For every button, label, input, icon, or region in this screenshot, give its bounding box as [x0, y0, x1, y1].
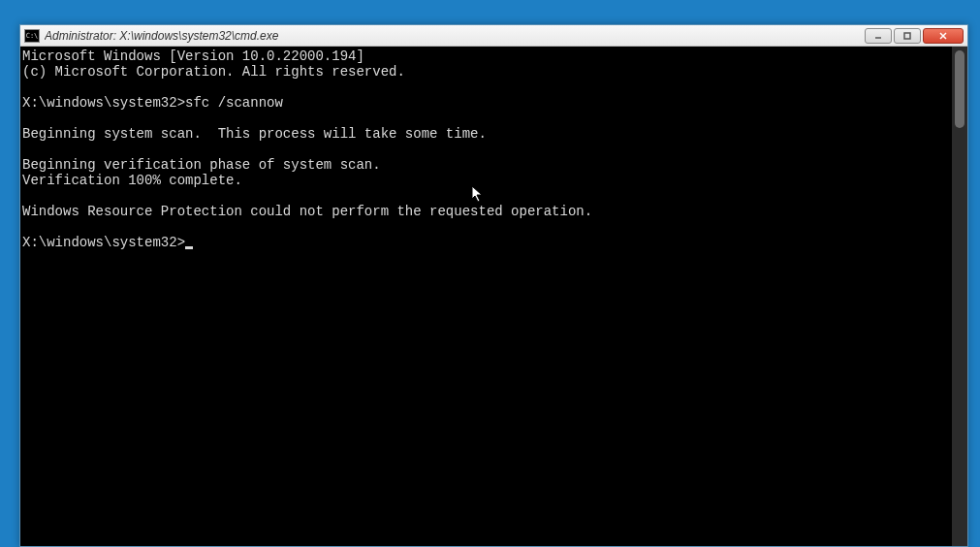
maximize-button[interactable]	[894, 28, 921, 44]
window-title: Administrator: X:\windows\system32\cmd.e…	[45, 29, 865, 43]
window-controls	[865, 28, 964, 44]
scrollbar[interactable]	[952, 47, 967, 546]
terminal-output: Microsoft Windows [Version 10.0.22000.19…	[20, 47, 967, 252]
svg-rect-1	[904, 33, 910, 39]
text-cursor	[185, 246, 193, 249]
close-button[interactable]	[923, 28, 964, 44]
minimize-button[interactable]	[865, 28, 892, 44]
scrollbar-thumb[interactable]	[955, 50, 964, 128]
command-prompt-window: C:\ Administrator: X:\windows\system32\c…	[19, 24, 968, 547]
cmd-icon: C:\	[24, 29, 40, 43]
terminal-body[interactable]: Microsoft Windows [Version 10.0.22000.19…	[20, 47, 967, 546]
titlebar[interactable]: C:\ Administrator: X:\windows\system32\c…	[20, 25, 967, 47]
